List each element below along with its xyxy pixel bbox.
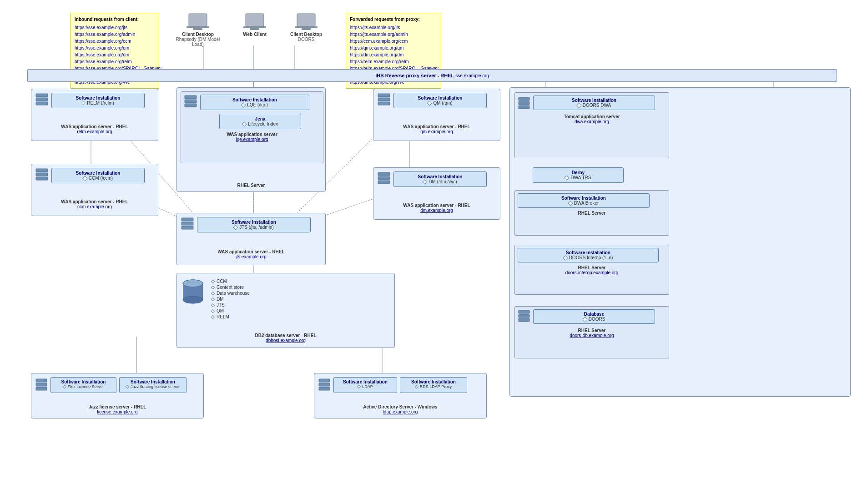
jts-sub: JTS (/jts, /admin) bbox=[239, 225, 274, 230]
jazz-float-sub: Jazz floating license server bbox=[131, 384, 180, 389]
svg-rect-31 bbox=[250, 28, 259, 30]
client-rhapsody-sub: Rhapsody (DM Model Load) bbox=[173, 37, 223, 47]
svg-rect-57 bbox=[36, 379, 47, 382]
svg-rect-42 bbox=[185, 100, 197, 103]
jena-sub: Lifecycle Index bbox=[248, 121, 278, 126]
db2-item-jts: JTS bbox=[212, 302, 390, 307]
svg-rect-29 bbox=[246, 14, 264, 26]
ccm-server-label: WAS application server - RHEL bbox=[31, 199, 158, 204]
dm-server-label: WAS application server - RHEL bbox=[373, 203, 500, 208]
doors-dwa-server: Tomcat application server bbox=[515, 114, 669, 119]
svg-rect-36 bbox=[36, 98, 48, 101]
lqe-sub: LQE (/lqe) bbox=[247, 102, 268, 107]
inbound-link-0: https://sse.example.org/jts bbox=[75, 24, 155, 31]
svg-rect-48 bbox=[378, 176, 390, 180]
db2-item-dw: Data warehouse bbox=[212, 291, 390, 296]
jazz-license-sub: license.example.org bbox=[31, 409, 203, 414]
doors-dwa-title: Software Installation bbox=[536, 98, 652, 103]
doors-db-server: RHEL Server bbox=[515, 328, 669, 333]
dm-server-sub: dm.example.org bbox=[373, 208, 500, 213]
svg-rect-39 bbox=[36, 173, 48, 176]
ccm-title: Software Installation bbox=[55, 171, 141, 176]
ccm-server-sub: ccm.example.org bbox=[31, 204, 158, 209]
client-web: Web Client bbox=[237, 13, 273, 37]
dwa-broker-server: RHEL Server bbox=[515, 211, 669, 216]
svg-rect-52 bbox=[181, 226, 193, 229]
flex-title: Software Installation bbox=[54, 379, 113, 384]
svg-rect-35 bbox=[36, 94, 48, 97]
fwd-link-1: https://jts.example.org/admin bbox=[350, 31, 437, 38]
dwa-broker-title: Software Installation bbox=[521, 196, 646, 201]
derby-title: Derby bbox=[537, 170, 620, 175]
qm-server-sub: qm.example.org bbox=[373, 129, 500, 134]
svg-rect-67 bbox=[519, 314, 529, 318]
svg-rect-27 bbox=[187, 26, 209, 28]
ihs-label: IHS Reverse proxy server - RHEL bbox=[375, 73, 454, 78]
db2-server-sub: dbhost.example.org bbox=[177, 338, 394, 343]
db2-item-relm: RELM bbox=[212, 314, 390, 319]
svg-rect-58 bbox=[36, 383, 47, 386]
doors-interop-sub: DOORS Interop (1..n) bbox=[569, 255, 613, 260]
jena-title: Jena bbox=[223, 116, 297, 121]
svg-rect-30 bbox=[243, 26, 266, 28]
svg-rect-47 bbox=[378, 172, 390, 176]
lqe-rhel-label: RHEL Server bbox=[177, 183, 325, 188]
db2-server-label: DB2 database server - RHEL bbox=[177, 333, 394, 338]
ldap-server-label: Active Directory Server - Windows bbox=[314, 404, 486, 409]
ccm-server-box: Software Installation CCM (/ccm) WAS app… bbox=[31, 164, 158, 216]
dm-title: Software Installation bbox=[398, 174, 483, 179]
svg-rect-45 bbox=[378, 98, 390, 101]
inbound-link-1: https://sse.example.org/admin bbox=[75, 31, 155, 38]
relm-server-label: WAS application server - RHEL bbox=[31, 124, 158, 129]
db2-item-content: Content store bbox=[212, 285, 390, 290]
svg-rect-28 bbox=[193, 28, 202, 30]
svg-rect-63 bbox=[519, 97, 529, 101]
client-rhapsody-label: Client Desktop bbox=[173, 32, 223, 37]
ldap-sub: LDAP bbox=[362, 384, 373, 389]
jazz-license-label: Jazz license server - RHEL bbox=[31, 404, 203, 409]
svg-rect-26 bbox=[189, 14, 207, 26]
doors-right-box: Software Installation DOORS DWA Tomcat a… bbox=[509, 87, 851, 397]
svg-rect-64 bbox=[519, 101, 529, 105]
db2-box: CCM Content store Data warehouse DM JTS … bbox=[176, 273, 395, 348]
inbound-link-2: https://sse.example.org/ccm bbox=[75, 38, 155, 45]
svg-rect-61 bbox=[319, 383, 330, 386]
relm-server-box: Software Installation RELM (/relm) WAS a… bbox=[31, 89, 158, 141]
svg-rect-51 bbox=[181, 222, 193, 225]
doors-interop-sub2: doors-interop.example.org bbox=[515, 270, 669, 275]
fwd-link-3: https://qm.example.org/qm bbox=[350, 45, 437, 51]
db2-item-ccm: CCM bbox=[212, 279, 390, 284]
inbound-link-5: https://sse.example.org/relm bbox=[75, 58, 155, 65]
svg-rect-34 bbox=[302, 28, 311, 30]
flex-sub: Flex License Server bbox=[68, 384, 104, 389]
svg-rect-68 bbox=[519, 318, 529, 322]
lqe-title: Software Installation bbox=[204, 97, 305, 102]
svg-rect-60 bbox=[319, 379, 330, 382]
derby-sub: DWA TRS bbox=[570, 175, 591, 180]
fwd-link-4: https://dm.example.org/dm bbox=[350, 51, 437, 58]
svg-rect-33 bbox=[295, 26, 318, 28]
fwd-link-0: https://jts.example.org/jts bbox=[350, 24, 437, 31]
relm-title: Software Installation bbox=[55, 96, 141, 101]
jts-server-label: WAS application server - RHEL bbox=[177, 249, 325, 254]
doors-dwa-sub: DOORS DWA bbox=[583, 103, 611, 108]
lqe-server-sub: lqe.example.org bbox=[181, 137, 323, 142]
relm-sub: RELM (/relm) bbox=[87, 101, 114, 106]
jazz-license-box: Software Installation Flex License Serve… bbox=[31, 373, 204, 418]
client-doors-sub: DOORS bbox=[281, 37, 331, 42]
ihs-sublabel: sse.example.org bbox=[455, 73, 489, 78]
client-rhapsody: Client Desktop Rhapsody (DM Model Load) bbox=[173, 13, 223, 47]
jazz-float-title: Software Installation bbox=[122, 379, 183, 384]
svg-rect-43 bbox=[185, 104, 197, 107]
doors-db-title: Database bbox=[536, 312, 652, 317]
svg-rect-44 bbox=[378, 94, 390, 97]
svg-rect-46 bbox=[378, 102, 390, 105]
doors-db-sub2: doors-db.example.org bbox=[515, 333, 669, 338]
svg-rect-41 bbox=[185, 96, 197, 99]
doors-interop-server: RHEL Server bbox=[515, 265, 669, 270]
jts-server-sub: jts.example.org bbox=[177, 254, 325, 259]
svg-point-55 bbox=[183, 296, 203, 303]
doors-db-sub: DOORS bbox=[589, 317, 605, 322]
doors-dwa-sub2: dwa.example.org bbox=[515, 119, 669, 124]
qm-server-box: Software Installation QM (/qm) WAS appli… bbox=[373, 89, 500, 141]
